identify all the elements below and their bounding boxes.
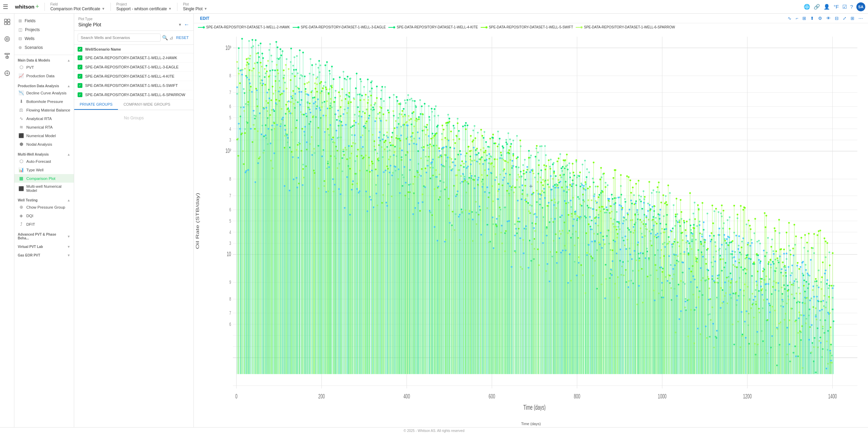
tab-private-groups[interactable]: PRIVATE GROUPS [74,100,118,110]
left-sidebar: ⊞ Fields ◫ Projects ⊟ Wells ⊛ Scenarios … [14,14,74,427]
expand-tool-icon[interactable]: ⤢ [842,15,847,22]
settings-tool-icon[interactable]: ⚙ [817,15,823,22]
section-advanced-pvt-header[interactable]: Advanced PVT & Phase Beha... ▼ [14,231,74,241]
multi-well-numerical-icon: ⬛ [18,186,24,191]
logo-text: whitson [15,4,35,10]
sidebar-item-comparison-plot[interactable]: ▦ Comparison Plot [14,174,74,183]
main-layout: ⊞ Fields ◫ Projects ⊟ Wells ⊛ Scenarios … [0,14,868,427]
sidebar-item-nodal-analysis[interactable]: ⬢ Nodal Analysis [14,140,74,148]
sidebar-item-multi-well-numerical[interactable]: ⬛ Multi-well Numerical Model [14,183,74,194]
divider2 [110,3,111,11]
well-4-checkbox[interactable] [78,83,82,88]
sidebar-item-pvt[interactable]: ⬡ PVT [14,63,74,71]
sidebar-item-numerical-model[interactable]: ⬛ Numerical Model [14,131,74,140]
plot-type-selector[interactable]: Single Plot ▼ ← [78,22,189,28]
wells-icon: ⊟ [18,36,22,41]
icon-sidebar [0,14,14,427]
well-item-4[interactable]: SPE-DATA-REPOSITORY-DATASET-1-WELL-5-SWI… [74,81,193,90]
svg-text:1000: 1000 [658,393,666,399]
svg-text:8: 8 [229,176,231,182]
sidebar-item-wells[interactable]: ⊟ Wells [14,34,74,43]
well-item-1[interactable]: SPE-DATA-REPOSITORY-DATASET-1-WELL-2-HAW… [74,53,193,63]
sidebar-item-chow-pressure[interactable]: ⊕ Chow Pressure Group [14,203,74,211]
sidebar-item-type-well[interactable]: 📊 Type Well [14,166,74,174]
globe-icon[interactable]: 🌐 [804,4,810,10]
search-icon[interactable]: 🔍 [162,35,168,40]
sidebar-icon-fields[interactable] [2,16,13,27]
well-1-checkbox[interactable] [78,55,82,60]
link-icon[interactable]: 🔗 [814,4,820,10]
well-item-5[interactable]: SPE-DATA-REPOSITORY-DATASET-1-WELL-6-SPA… [74,90,193,100]
layout-tool-icon[interactable]: ⊞ [850,15,855,22]
well-item-3[interactable]: SPE-DATA-REPOSITORY-DATASET-1-WELL-4-KIT… [74,72,193,81]
flowing-material-icon: ⚖ [18,107,24,113]
well-5-checkbox[interactable] [78,92,82,97]
well-3-checkbox[interactable] [78,74,82,79]
sidebar-item-flowing-material[interactable]: ⚖ Flowing Material Balance [14,106,74,114]
sidebar-item-production-data[interactable]: 📈 Production Data [14,71,74,80]
reset-button[interactable]: RESET [175,36,190,40]
pvt-label: PVT [26,65,34,69]
fields-icon: ⊞ [18,18,22,23]
section-pda-header[interactable]: Production Data Analysis ▲ [14,83,74,89]
more-tool-icon[interactable]: ⋯ [857,15,864,22]
svg-text:6: 6 [229,321,231,327]
field-selector[interactable]: Comparison Plot Certificate ▼ [50,6,105,11]
section-multi-well-header[interactable]: Multi-Well Analysis ▲ [14,151,74,157]
user-icon[interactable]: 👤 [824,4,830,10]
section-pda-label: Production Data Analysis [18,84,59,88]
production-data-label: Production Data [26,74,54,78]
sidebar-item-dfit[interactable]: ⤴ DFIT [14,220,74,228]
section-gas-eor-header[interactable]: Gas EOR PVT ▼ [14,252,74,258]
numerical-rta-icon: ≋ [18,124,24,130]
plot-type-back-icon[interactable]: ← [184,22,189,28]
plot-type-value: Single Plot [78,22,101,27]
temperature-icon[interactable]: °F [833,4,839,10]
sidebar-item-numerical-rta[interactable]: ≋ Numerical RTA [14,123,74,131]
curve-tool-icon[interactable]: ∿ [787,15,792,22]
sidebar-item-auto-forecast[interactable]: ⬡ Auto-Forecast [14,157,74,166]
section-well-testing-header[interactable]: Well Testing ▲ [14,197,74,203]
sidebar-item-projects[interactable]: ◫ Projects [14,25,74,34]
export-tool-icon[interactable]: ⬆ [809,15,815,22]
type-well-icon: 📊 [18,167,24,172]
svg-text:4: 4 [229,126,231,132]
section-virtual-pvt-header[interactable]: Virtual PVT Lab ▼ [14,244,74,249]
help-icon[interactable]: ? [850,4,853,10]
svg-point-18 [297,26,299,28]
legend-sparrow-label: SPE-DATA-REPOSITORY-DATASET-1-WELL-6-SPA… [584,25,675,29]
avatar[interactable]: SA [856,2,865,11]
sidebar-item-dqi[interactable]: ◈ DQI [14,211,74,220]
field-chevron-icon: ▼ [102,7,105,11]
chart-svg[interactable]: 10³ 8 7 6 5 4 3 10² 8 7 6 5 4 3 10 9 8 7… [194,31,868,411]
sidebar-item-scenarios[interactable]: ⊛ Scenarios [14,43,74,52]
table-tool-icon[interactable]: ⊞ [801,15,807,22]
sidebar-item-analytical-rta[interactable]: ∿ Analytical RTA [14,114,74,123]
well-item-2[interactable]: SPE-DATA-REPOSITORY-DATASET-1-WELL-3-EAG… [74,63,193,72]
filter-icon[interactable]: ⊿ [169,35,173,40]
tab-company-groups[interactable]: COMPANY-WIDE GROUPS [118,100,176,110]
sidebar-icon-projects[interactable] [2,34,13,44]
sidebar-item-fields[interactable]: ⊞ Fields [14,16,74,25]
sidebar-item-decline-curve[interactable]: 📉 Decline Curve Analysis [14,89,74,97]
sidebar-icon-wells[interactable] [2,51,13,62]
legend-item-kite: SPE-DATA-REPOSITORY-DATASET-1-WELL-4-KIT… [388,25,478,29]
checkbox-icon[interactable]: ☑ [842,4,847,10]
well-2-checkbox[interactable] [78,65,82,69]
menu-icon[interactable]: ☰ [3,3,8,11]
select-all-checkbox[interactable] [78,47,82,52]
chart-container[interactable]: + [194,30,868,421]
edit-button[interactable]: EDIT [198,15,211,22]
eye-tool-icon[interactable]: 👁 [825,15,832,22]
grid-tool-icon[interactable]: ⊟ [834,15,840,22]
section-main-data-header[interactable]: Main Data & Models ▲ [14,57,74,63]
section-main-data-chevron: ▲ [67,58,70,62]
sidebar-icon-scenarios[interactable] [2,68,13,79]
search-input[interactable] [78,34,161,42]
plot-selector[interactable]: Single Plot ▼ [183,6,207,11]
sidebar-item-bottomhole[interactable]: ⬇ Bottomhole Pressure [14,97,74,106]
svg-rect-0 [4,19,7,22]
project-selector[interactable]: Support - whitson certificate ▼ [116,6,172,11]
angle-tool-icon[interactable]: ⌐ [794,15,799,22]
bottomhole-icon: ⬇ [18,99,24,104]
